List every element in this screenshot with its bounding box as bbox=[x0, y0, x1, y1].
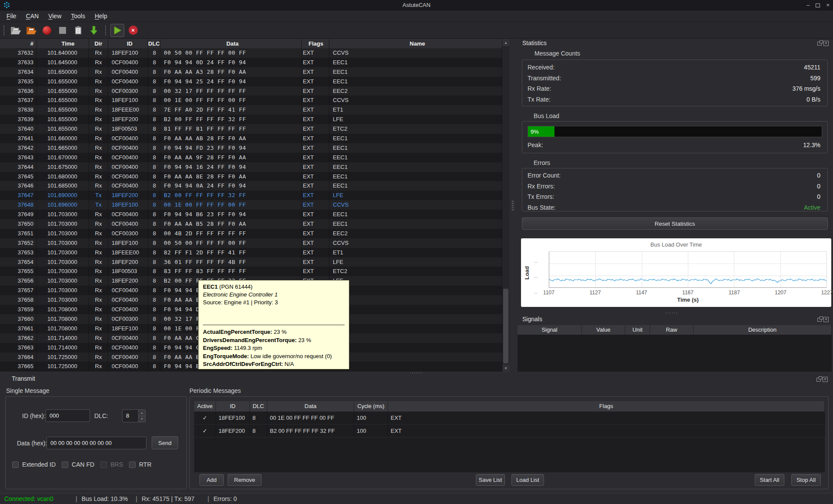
maximize-button[interactable] bbox=[816, 3, 820, 7]
signals-col-raw[interactable]: Raw bbox=[650, 325, 694, 335]
vertical-splitter[interactable] bbox=[509, 39, 516, 372]
table-row[interactable]: 37636101.655000Rx0CF00300800 32 17 FF FF… bbox=[0, 86, 502, 96]
start-all-button[interactable]: Start All bbox=[755, 474, 784, 486]
dlc-stepper[interactable]: 8 ▲ ▼ bbox=[122, 409, 146, 422]
menu-can[interactable]: CAN bbox=[21, 11, 44, 21]
table-row[interactable]: 37642101.665000Rx0CF004008F0 94 94 FD 23… bbox=[0, 143, 502, 153]
periodic-col-data[interactable]: Data bbox=[267, 401, 354, 412]
toolbar-grip[interactable] bbox=[3, 25, 5, 36]
table-row[interactable]: 37653101.703000Rx18FEEE00882 FF F1 2D FF… bbox=[0, 248, 502, 257]
col-header-dir[interactable]: Dir bbox=[89, 39, 108, 48]
periodic-row[interactable]: ✓18FEF2008B2 00 FF FF FF FF 32 FF100EXT bbox=[194, 425, 825, 438]
checkbox-can-fd[interactable]: CAN FD bbox=[62, 461, 94, 468]
disconnect-button[interactable]: × bbox=[126, 24, 140, 37]
load-list-button[interactable]: Load List bbox=[511, 474, 544, 486]
add-button[interactable]: Add bbox=[199, 474, 224, 486]
stepper-down-icon[interactable]: ▼ bbox=[139, 416, 145, 422]
horizontal-splitter[interactable] bbox=[0, 372, 833, 374]
save-list-button[interactable]: Save List bbox=[476, 474, 505, 486]
cell-id: 18F00503 bbox=[108, 267, 148, 276]
signals-col-value[interactable]: Value bbox=[582, 325, 625, 335]
reset-statistics-button[interactable]: Reset Statistics bbox=[522, 217, 828, 230]
table-row[interactable]: 37643101.670000Rx0CF004008F0 AA AA 9F 28… bbox=[0, 153, 502, 162]
col-header-time[interactable]: Time bbox=[37, 39, 89, 48]
id-hex-input[interactable] bbox=[46, 409, 90, 422]
periodic-col-cycle[interactable]: Cycle (ms) bbox=[354, 401, 388, 412]
table-row[interactable]: 37645101.680000Rx0CF004008F0 AA AA 8E 28… bbox=[0, 172, 502, 181]
connect-button[interactable] bbox=[110, 24, 124, 37]
table-row[interactable]: 37637101.655000Rx18FEF100800 1E 00 FF FF… bbox=[0, 96, 502, 105]
col-header-id[interactable]: ID bbox=[108, 39, 148, 48]
menu-tools[interactable]: Tools bbox=[66, 11, 90, 21]
col-header-dlc[interactable]: DLC bbox=[148, 39, 160, 48]
tooltip-signal-name: SrcAddrOfCtrlDevForEngCtrl: bbox=[203, 361, 283, 367]
col-header-flags[interactable]: Flags bbox=[302, 39, 329, 48]
table-row[interactable]: 37655101.703000Rx18F00503883 FF FF 83 FF… bbox=[0, 267, 502, 276]
col-header-num[interactable]: # bbox=[0, 39, 37, 48]
record-button[interactable] bbox=[40, 24, 54, 37]
menu-view[interactable]: View bbox=[43, 11, 66, 21]
float-panel-icon[interactable] bbox=[816, 378, 821, 382]
periodic-row[interactable]: ✓18FEF100800 1E 00 FF FF FF 00 FF100EXT bbox=[194, 412, 825, 425]
checkbox-extended-id[interactable]: Extended ID bbox=[12, 461, 56, 468]
cell-dir: Rx bbox=[89, 248, 108, 257]
menu-help[interactable]: Help bbox=[90, 11, 112, 21]
checkbox-icon bbox=[100, 461, 107, 468]
send-button[interactable]: Send bbox=[152, 436, 178, 449]
open-log-button[interactable] bbox=[9, 24, 23, 37]
signals-col-signal[interactable]: Signal bbox=[518, 325, 582, 335]
table-row[interactable]: 37651101.703000Rx0CF00300800 4B 2D FF FF… bbox=[0, 229, 502, 238]
periodic-col-active[interactable]: Active bbox=[194, 401, 216, 412]
table-row[interactable]: 37640101.655000Rx18F00503881 FF FF 81 FF… bbox=[0, 124, 502, 134]
table-row[interactable]: 37639101.655000Rx18FEF2008B2 00 FF FF FF… bbox=[0, 115, 502, 124]
close-panel-icon[interactable]: × bbox=[823, 41, 829, 46]
float-panel-icon[interactable] bbox=[817, 318, 822, 322]
cell-name: EEC1 bbox=[329, 343, 502, 352]
periodic-col-id[interactable]: ID bbox=[216, 401, 250, 412]
toolbar-grip[interactable] bbox=[104, 25, 107, 36]
signals-col-unit[interactable]: Unit bbox=[625, 325, 650, 335]
table-row[interactable]: 37647101.690000Tx18FEF2008B2 00 FF FF FF… bbox=[0, 191, 502, 200]
scrollbar-thumb[interactable] bbox=[503, 289, 508, 363]
close-button[interactable]: × bbox=[826, 0, 830, 10]
cell-dlc: 8 bbox=[148, 172, 160, 181]
cell-time: 101.725000 bbox=[37, 362, 89, 371]
table-row[interactable]: 37632101.640000Rx18FEF100800 50 00 FF FF… bbox=[0, 48, 502, 58]
signals-col-description[interactable]: Description bbox=[694, 325, 832, 335]
scroll-down-icon[interactable]: ▼ bbox=[502, 365, 509, 372]
table-row[interactable]: 37646101.685000Rx0CF004008F0 94 94 0A 24… bbox=[0, 181, 502, 191]
col-header-data[interactable]: Data bbox=[160, 39, 302, 48]
table-row[interactable]: 37634101.650000Rx0CF004008F0 AA AA A3 28… bbox=[0, 67, 502, 77]
table-row[interactable]: 37638101.655000Rx18FEEE0087E FF A0 2D FF… bbox=[0, 105, 502, 115]
stepper-up-icon[interactable]: ▲ bbox=[139, 410, 145, 416]
table-row[interactable]: 37649101.703000Rx0CF004008F0 94 94 B6 23… bbox=[0, 210, 502, 219]
float-panel-icon[interactable] bbox=[817, 42, 822, 46]
table-row[interactable]: 37635101.655000Rx0CF004008F0 94 94 25 24… bbox=[0, 77, 502, 86]
remove-button[interactable]: Remove bbox=[228, 474, 262, 486]
table-row[interactable]: 37650101.703000Rx0CF004008F0 AA AA B5 28… bbox=[0, 219, 502, 229]
col-header-name[interactable]: Name bbox=[329, 39, 502, 48]
table-row[interactable]: 37648101.696000Tx18FEF100800 1E 00 FF FF… bbox=[0, 200, 502, 210]
minimize-button[interactable]: – bbox=[806, 0, 810, 10]
periodic-col-flags[interactable]: Flags bbox=[388, 401, 825, 412]
checkbox-rtr[interactable]: RTR bbox=[129, 461, 152, 468]
save-log-button[interactable] bbox=[24, 24, 38, 37]
copy-button[interactable] bbox=[71, 24, 85, 37]
table-row[interactable]: 37654101.703000Rx18FEF200836 01 FF FF FF… bbox=[0, 257, 502, 267]
table-row[interactable]: 37644101.675000Rx0CF004008F0 94 94 16 24… bbox=[0, 162, 502, 172]
table-row[interactable]: 37652101.703000Rx18FEF100800 50 00 FF FF… bbox=[0, 238, 502, 248]
panel-splitter-grip-icon[interactable] bbox=[665, 312, 678, 314]
stop-button[interactable] bbox=[56, 24, 70, 37]
scroll-up-icon[interactable]: ▲ bbox=[502, 39, 509, 46]
stop-all-button[interactable]: Stop All bbox=[791, 474, 821, 486]
data-hex-input[interactable] bbox=[46, 437, 146, 449]
periodic-col-dlc[interactable]: DLC bbox=[250, 401, 267, 412]
close-panel-icon[interactable]: × bbox=[823, 317, 829, 322]
export-button[interactable] bbox=[87, 24, 101, 37]
close-panel-icon[interactable]: × bbox=[823, 377, 828, 382]
tooltip-signal-line: EngTorqueMode: Low idle governor/no requ… bbox=[203, 352, 345, 361]
menu-file[interactable]: File bbox=[2, 11, 21, 21]
table-scrollbar[interactable]: ▲ ▼ bbox=[502, 39, 509, 372]
table-row[interactable]: 37641101.660000Rx0CF004008F0 AA AA AB 28… bbox=[0, 134, 502, 143]
table-row[interactable]: 37633101.645000Rx0CF004008F0 94 94 0D 24… bbox=[0, 58, 502, 67]
